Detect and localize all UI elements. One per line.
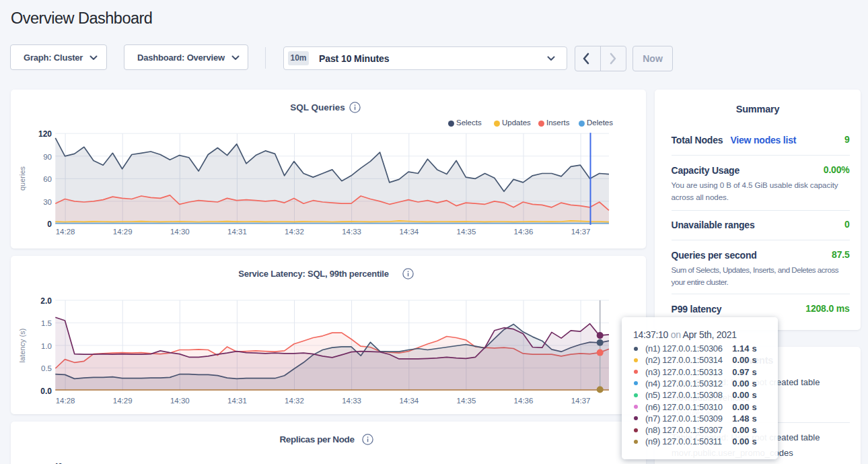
svg-text:30: 30 <box>43 198 52 206</box>
svg-text:14:37: 14:37 <box>571 228 591 236</box>
svg-text:14:32: 14:32 <box>285 397 304 405</box>
svg-text:2.0: 2.0 <box>40 296 52 306</box>
svg-text:14:37: 14:37 <box>571 397 591 405</box>
svg-text:14:35: 14:35 <box>457 228 476 236</box>
svg-text:14:36: 14:36 <box>514 397 534 405</box>
svg-text:14:28: 14:28 <box>56 397 75 405</box>
svg-text:latency (s): latency (s) <box>18 329 26 363</box>
svg-text:14:36: 14:36 <box>514 228 534 236</box>
svg-text:14:34: 14:34 <box>399 397 419 405</box>
svg-text:90: 90 <box>43 153 52 161</box>
svg-text:queries: queries <box>18 166 26 191</box>
svg-text:14:35: 14:35 <box>457 397 476 405</box>
svg-text:0.0: 0.0 <box>40 387 52 396</box>
svg-text:14:31: 14:31 <box>227 397 247 405</box>
svg-text:14:33: 14:33 <box>342 228 361 236</box>
svg-text:1.5: 1.5 <box>41 319 52 327</box>
svg-text:14:29: 14:29 <box>113 397 133 405</box>
svg-text:60: 60 <box>43 175 52 183</box>
svg-text:1.0: 1.0 <box>41 342 52 350</box>
svg-text:0: 0 <box>47 220 52 229</box>
svg-text:14:34: 14:34 <box>399 228 419 236</box>
svg-text:14:31: 14:31 <box>227 228 247 236</box>
svg-text:0.5: 0.5 <box>41 364 52 372</box>
svg-text:120: 120 <box>38 129 52 139</box>
svg-text:14:32: 14:32 <box>285 228 304 236</box>
svg-text:14:29: 14:29 <box>113 228 133 236</box>
svg-text:14:33: 14:33 <box>342 397 361 405</box>
svg-text:14:30: 14:30 <box>170 397 190 405</box>
svg-text:14:30: 14:30 <box>170 228 190 236</box>
svg-text:14:28: 14:28 <box>56 228 75 236</box>
